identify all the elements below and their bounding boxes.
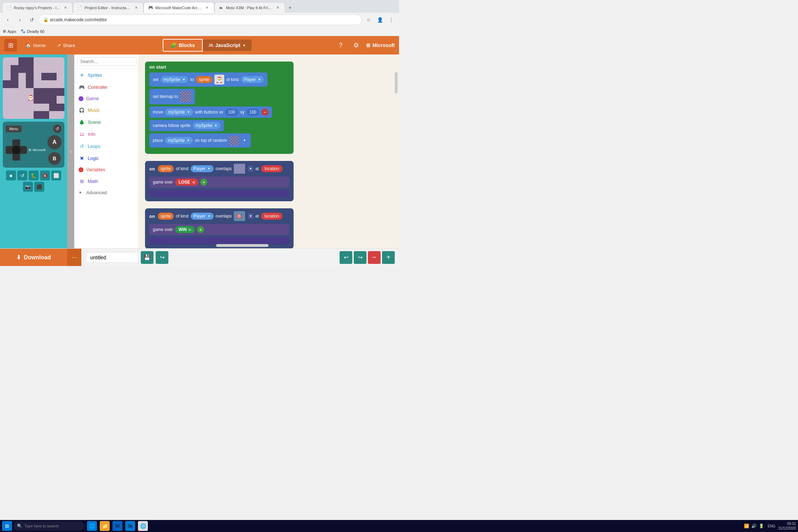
sprite-kind-win-value[interactable]: sprite (158, 213, 174, 220)
collapse-panel-button[interactable]: ‹ (67, 54, 74, 248)
category-controller[interactable]: 🎮 Controller (74, 81, 138, 93)
b-button[interactable]: B (48, 152, 61, 165)
category-loops[interactable]: ↺ Loops (74, 140, 138, 152)
download-more-button[interactable]: ··· (67, 249, 81, 266)
blocks-button[interactable]: 🧩 Blocks (163, 39, 203, 52)
category-logic[interactable]: ✖ Logic (74, 152, 138, 164)
sim-record-button[interactable]: ⬛ (34, 182, 44, 192)
tab-1-close[interactable]: ✕ (63, 5, 68, 11)
player-kind-value[interactable]: Player ▼ (241, 76, 264, 83)
sprite-type-value[interactable]: sprite (196, 76, 212, 83)
win-tile-dropdown[interactable]: ▼ (248, 213, 253, 219)
vx-value[interactable]: 100 (225, 109, 238, 116)
win-plus-button[interactable]: + (197, 226, 204, 233)
category-math[interactable]: ⊞ Math (74, 175, 138, 187)
tab-3-close[interactable]: ✕ (204, 5, 210, 11)
tab-1[interactable]: 📄 Rocky rippy's Projects - Instructa... … (2, 2, 73, 13)
place-statement[interactable]: place mySprite ▼ on top of random ▼ (149, 133, 251, 148)
place-sprite-value[interactable]: mySprite ▼ (165, 137, 193, 144)
undo-button[interactable]: ↩ (340, 251, 352, 264)
apps-bookmark[interactable]: ⊞ Apps (3, 29, 16, 34)
redo-button[interactable]: ↪ (354, 251, 366, 264)
category-info[interactable]: 🗂 Info (74, 128, 138, 140)
new-tab-button[interactable]: + (285, 3, 295, 13)
project-name-input[interactable] (86, 252, 139, 263)
wall-tile-dropdown[interactable]: ▼ (248, 166, 253, 172)
set-sprite-statement[interactable]: set mySprite ▼ to sprite 🎅 of kind (149, 73, 267, 87)
address-input[interactable]: 🔒 arcade.makecode.com/#editor (39, 15, 362, 25)
category-scene[interactable]: 🌲 Scene (74, 116, 138, 128)
tab-2-close[interactable]: ✕ (133, 5, 139, 11)
category-advanced[interactable]: ▼ Advanced (74, 187, 138, 198)
vy-value[interactable]: 100 (247, 109, 259, 116)
camera-statement[interactable]: camera follow sprite mySprite ▼ (149, 120, 224, 131)
app-logo[interactable]: ⊞ (4, 39, 17, 52)
a-button[interactable]: A (47, 135, 62, 149)
deadly60-bookmark[interactable]: 🐾 Deadly 60 (21, 29, 45, 34)
place-tile-thumbnail[interactable] (229, 135, 239, 145)
category-sprites[interactable]: ✈ Sprites (74, 69, 138, 81)
sim-menu-button[interactable]: Menu (6, 126, 22, 132)
sim-mute-button[interactable]: 🔇 (40, 170, 50, 180)
javascript-button[interactable]: JS JavaScript ▼ (203, 40, 251, 51)
move-statement[interactable]: move mySprite ▼ with buttons vx 100 vy 1… (149, 106, 272, 118)
win-tile-value[interactable]: 🎯 (234, 211, 245, 221)
category-variables[interactable]: Variables (74, 164, 138, 175)
scroll-bar-bottom[interactable] (216, 244, 268, 247)
set-tilemap-statement[interactable]: set tilemap to (149, 89, 195, 104)
sim-screenshot-button[interactable]: 📷 (23, 182, 33, 192)
search-input[interactable] (77, 57, 137, 66)
bookmark-button[interactable]: ☆ (364, 15, 374, 25)
location-lose-value[interactable]: location (261, 165, 283, 172)
place-tile-dropdown[interactable]: ▼ (242, 138, 247, 143)
category-music[interactable]: 🎧 Music (74, 104, 138, 116)
category-game[interactable]: Game (74, 93, 138, 104)
settings-button[interactable]: ⚙ (351, 40, 362, 51)
game-over-lose-block[interactable]: game over LOSE ◁ + (149, 177, 289, 188)
tab-4[interactable]: 🏍 Moto X3M : Play It At Friv® ✕ (214, 2, 285, 13)
scroll-bar-right[interactable] (395, 72, 398, 93)
zoom-plus-button[interactable]: + (382, 251, 395, 264)
sprite-thumbnail[interactable]: 🎅 (214, 75, 224, 85)
tab-2[interactable]: 📄 Project Editor - Instructables ✕ (73, 2, 144, 13)
location-win-value[interactable]: location (261, 213, 283, 220)
camera-sprite-value[interactable]: mySprite ▼ (193, 122, 220, 129)
help-button[interactable]: ? (335, 40, 346, 51)
save-button[interactable]: 💾 (141, 251, 154, 264)
game-over-win-block[interactable]: game over WIN ▷ + (149, 224, 289, 235)
tab-3[interactable]: 🎮 Microsoft MakeCode Arcade ✕ (144, 2, 214, 13)
overlap-win-block[interactable]: on sprite of kind Player ▼ overlaps 🎯 ▼ … (145, 208, 294, 248)
block-canvas[interactable]: on start set mySprite ▼ to sprite (138, 54, 399, 248)
share-button[interactable]: ↗ Share (53, 41, 80, 50)
back-button[interactable]: ‹ (3, 15, 13, 25)
tilemap-thumbnail[interactable] (180, 91, 191, 102)
forward-button[interactable]: › (15, 15, 25, 25)
overlap-lose-block[interactable]: on sprite of kind Player ▼ overlaps (145, 161, 294, 201)
lose-plus-button[interactable]: + (200, 179, 207, 186)
sim-refresh-button[interactable]: ↺ (53, 125, 62, 133)
d-pad[interactable] (6, 139, 27, 161)
player-kind-win-value[interactable]: Player ▼ (191, 213, 214, 220)
player-kind-lose-value[interactable]: Player ▼ (191, 165, 214, 172)
menu-button[interactable]: ⋮ (386, 15, 396, 25)
sim-restart-button[interactable]: ↺ (17, 170, 27, 180)
reload-button[interactable]: ↺ (27, 15, 37, 25)
move-sprite-text: mySprite (168, 110, 185, 115)
home-button[interactable]: 🏠 Home (21, 41, 50, 50)
sim-stop-button[interactable]: ■ (6, 170, 16, 180)
minus-button[interactable]: − (261, 109, 268, 116)
zoom-minus-button[interactable]: − (368, 251, 381, 264)
win-value[interactable]: WIN ▷ (175, 226, 195, 233)
on-start-block[interactable]: on start set mySprite ▼ to sprite (145, 62, 294, 154)
github-button[interactable]: ↪ (156, 251, 168, 264)
tab-4-close[interactable]: ✕ (275, 5, 281, 11)
sim-debug-button[interactable]: 🐛 (29, 170, 39, 180)
sprite-kind-lose-value[interactable]: sprite (158, 165, 174, 172)
wall-tile-value[interactable] (234, 164, 245, 174)
lose-value[interactable]: LOSE ◁ (175, 179, 198, 186)
download-button[interactable]: ⬇ Download (0, 249, 67, 266)
profile-button[interactable]: 👤 (375, 15, 385, 25)
move-mysprite-value[interactable]: mySprite ▼ (165, 109, 193, 116)
sim-fullscreen-button[interactable]: ⬜ (51, 170, 61, 180)
mysprite-value[interactable]: mySprite ▼ (161, 76, 188, 83)
